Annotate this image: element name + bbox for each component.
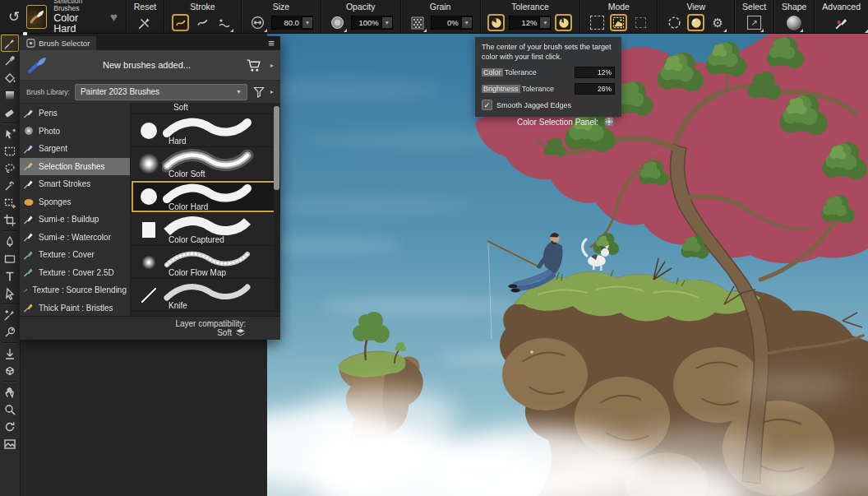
color-tolerance-value-field[interactable]: 12% bbox=[575, 67, 615, 78]
advanced-label: Advanced bbox=[822, 0, 861, 12]
tool-crop-tool[interactable] bbox=[1, 211, 19, 229]
tool-brush-tool[interactable] bbox=[1, 35, 19, 52]
tool-magic-wand-tool[interactable] bbox=[1, 177, 19, 194]
variant-soft[interactable]: Soft bbox=[131, 104, 280, 114]
cart-icon[interactable] bbox=[246, 58, 262, 72]
category-photo[interactable]: Photo bbox=[20, 123, 130, 141]
opacity-dropdown[interactable]: ▼ bbox=[381, 17, 392, 28]
tool-dropper-tool[interactable] bbox=[1, 52, 19, 69]
stroke-options-button[interactable] bbox=[215, 14, 233, 32]
tool-navigator-tool[interactable] bbox=[1, 435, 19, 452]
brightness-tolerance-row: Brightness Tolerance 26% bbox=[482, 83, 615, 95]
banner-flyout-icon[interactable]: ▸ bbox=[270, 62, 274, 69]
toolbox-separator bbox=[2, 304, 17, 304]
color-selection-panel-link[interactable]: Color Selection Panel: bbox=[482, 116, 615, 127]
paint-bucket-tool-icon bbox=[3, 72, 16, 85]
tool-paint-bucket-tool[interactable] bbox=[1, 69, 19, 86]
tool-shape-selection-tool[interactable] bbox=[1, 285, 19, 302]
tool-grabber-tool[interactable] bbox=[1, 383, 19, 401]
size-icon-button[interactable] bbox=[249, 14, 267, 32]
variant-color-hard[interactable]: Color Hard bbox=[131, 180, 280, 213]
variant-knife[interactable]: Knife bbox=[131, 279, 280, 312]
tolerance-preview-button[interactable] bbox=[555, 14, 572, 31]
size-value: 80.0 bbox=[272, 18, 302, 27]
grain-icon-button[interactable] bbox=[409, 14, 427, 32]
tool-lasso-tool[interactable] bbox=[1, 160, 19, 177]
tool-divine-proportion-tool[interactable] bbox=[1, 345, 19, 362]
mode-add-selection-button[interactable] bbox=[610, 14, 627, 31]
grain-value-field[interactable]: 0% ▼ bbox=[431, 16, 473, 30]
reset-brush-button[interactable] bbox=[136, 14, 154, 32]
variant-color-soft[interactable]: Color Soft bbox=[131, 147, 280, 180]
stroke-straight-button[interactable] bbox=[193, 14, 211, 32]
category-sumi-e-buildup[interactable]: Sumi-e : Buildup bbox=[20, 211, 130, 229]
brush-tool-icon bbox=[3, 37, 16, 50]
mode-new-selection-button[interactable] bbox=[588, 14, 606, 32]
tolerance-dropdown[interactable]: ▼ bbox=[539, 17, 550, 28]
size-dropdown[interactable]: ▼ bbox=[302, 17, 312, 28]
mode-subtract-selection-button[interactable] bbox=[631, 14, 649, 32]
category-thick-paint-bristles[interactable]: Thick Paint : Bristles bbox=[20, 299, 130, 317]
new-brushes-banner[interactable]: New brushes added... ▸ bbox=[20, 50, 280, 81]
variant-color-captured[interactable]: Color Captured bbox=[131, 213, 280, 246]
tool-mirror-painting-tool[interactable] bbox=[1, 306, 19, 323]
group-view: View ⚙ bbox=[658, 0, 734, 33]
tab-brush-selector[interactable]: Brush Selector bbox=[20, 36, 96, 50]
opacity-icon-button[interactable] bbox=[329, 14, 347, 32]
tool-rect-select-tool[interactable] bbox=[1, 142, 19, 160]
category-sponges[interactable]: Sponges bbox=[20, 193, 130, 211]
reset-brush-icon bbox=[137, 16, 152, 30]
category-smart-strokes[interactable]: Smart Strokes bbox=[20, 175, 130, 193]
tool-eraser-tool[interactable] bbox=[1, 104, 19, 121]
undo-icon[interactable]: ↻ bbox=[8, 8, 20, 25]
smooth-jagged-edges-checkbox[interactable]: ✓ bbox=[482, 100, 492, 110]
opacity-value-field[interactable]: 100% ▼ bbox=[351, 16, 393, 30]
variant-hard[interactable]: Hard bbox=[131, 114, 280, 147]
stroke-freehand-button[interactable] bbox=[172, 14, 189, 31]
brush-preview[interactable] bbox=[26, 5, 47, 29]
tolerance-target-button[interactable] bbox=[487, 14, 505, 31]
category-pens[interactable]: Pens bbox=[20, 104, 130, 123]
category-selection-brushes[interactable]: Selection Brushes bbox=[20, 158, 130, 176]
view-overlay-button[interactable] bbox=[687, 14, 704, 31]
tool-gradient-tool[interactable] bbox=[1, 86, 19, 104]
eraser-tool-icon bbox=[3, 106, 16, 119]
panel-menu-icon[interactable]: ≡ bbox=[262, 36, 280, 50]
filter-funnel-icon[interactable] bbox=[252, 86, 265, 99]
view-settings-button[interactable]: ⚙ bbox=[709, 14, 727, 32]
variant-label: Color Flow Map bbox=[169, 268, 226, 277]
category-texture-cover-2-5d[interactable]: Texture : Cover 2.5D bbox=[20, 264, 130, 282]
grain-dropdown[interactable]: ▼ bbox=[461, 17, 472, 28]
tool-layer-adjuster-tool[interactable] bbox=[1, 125, 19, 142]
category-texture-source-blending[interactable]: Texture : Source Blending bbox=[20, 281, 130, 299]
category-texture-cover[interactable]: Texture : Cover bbox=[20, 246, 130, 264]
variant-color-flow-map[interactable]: Color Flow Map bbox=[131, 246, 280, 279]
select-transform-button[interactable]: ↗ bbox=[746, 14, 764, 32]
shape-sphere-button[interactable] bbox=[785, 14, 803, 32]
tool-kaleidoscope-tool[interactable] bbox=[1, 323, 19, 341]
tolerance-value-field[interactable]: 12% ▼ bbox=[509, 16, 551, 30]
variant-scrollbar-thumb[interactable] bbox=[274, 106, 279, 190]
advanced-brush-settings-button[interactable] bbox=[833, 14, 851, 32]
tool-rotate-page-tool[interactable] bbox=[1, 418, 19, 435]
tool-pen-tool[interactable] bbox=[1, 233, 19, 250]
category-sargent[interactable]: Sargent bbox=[20, 140, 130, 158]
tool-text-tool[interactable] bbox=[1, 267, 19, 285]
favorite-heart-icon[interactable]: ♥ bbox=[110, 10, 118, 24]
view-marching-ants-button[interactable] bbox=[665, 14, 683, 32]
tool-rect-shape-tool[interactable] bbox=[1, 250, 19, 267]
tool-perspective-grid-tool[interactable] bbox=[1, 362, 19, 379]
navigator-tool-icon bbox=[3, 438, 16, 451]
smooth-jagged-edges-label: Smooth Jagged Edges bbox=[496, 101, 571, 109]
brush-library-select[interactable]: Painter 2023 Brushes ▼ bbox=[75, 84, 247, 100]
panel-drag-dot[interactable] bbox=[23, 32, 27, 35]
tool-selection-adjuster-tool[interactable] bbox=[1, 194, 19, 211]
variant-scrollbar[interactable] bbox=[274, 105, 279, 309]
brightness-tolerance-value-field[interactable]: 26% bbox=[575, 83, 615, 95]
category-brush-icon bbox=[23, 143, 35, 155]
filter-flyout-icon[interactable]: ▸ bbox=[270, 88, 274, 95]
tool-magnifier-tool[interactable] bbox=[1, 401, 19, 418]
category-label: Texture : Cover bbox=[39, 250, 95, 259]
size-value-field[interactable]: 80.0 ▼ bbox=[271, 16, 313, 30]
category-sumi-e-watercolor[interactable]: Sumi-e : Watercolor bbox=[20, 229, 130, 247]
